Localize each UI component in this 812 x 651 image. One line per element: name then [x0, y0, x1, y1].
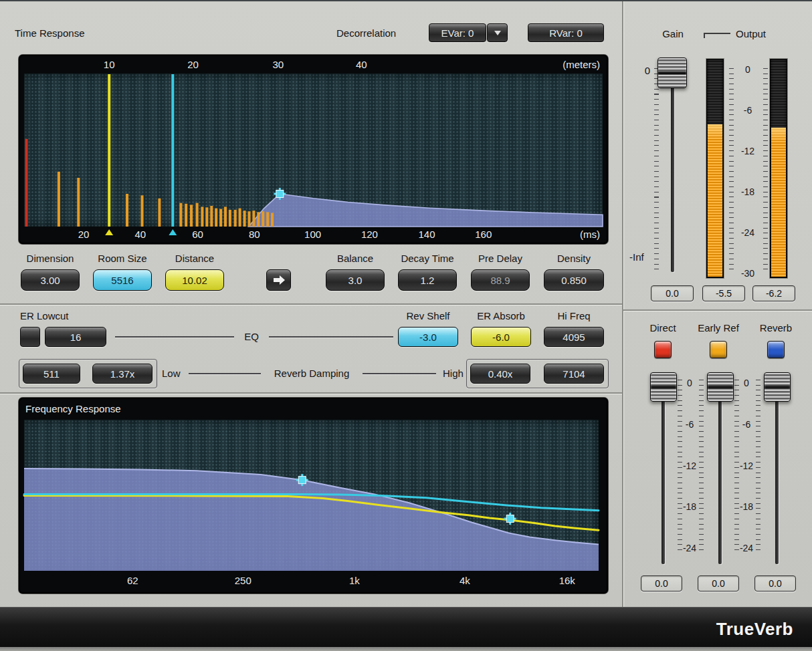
axis-tick-label: 40	[356, 59, 367, 70]
reverb-damping-label: Reverb Damping	[274, 368, 350, 379]
meter-scale-label: -30	[741, 268, 754, 279]
early-ref-led-button[interactable]	[710, 341, 727, 358]
param-label-decay-time: Decay Time	[401, 253, 453, 264]
frequency-response-graph[interactable]: Frequency Response 622501k4k16k	[19, 398, 608, 594]
room-size-value: 5516	[111, 275, 133, 286]
meter-scale-label: -24	[740, 543, 753, 553]
decay-time-value-box[interactable]: 1.2	[398, 269, 457, 291]
room-size-value-box[interactable]: 5516	[93, 269, 152, 291]
mixer-ticks	[756, 380, 760, 553]
reverb-value-box[interactable]: 0.0	[754, 575, 796, 592]
evar-dropdown[interactable]: EVar: 0	[429, 23, 486, 42]
axis-tick-label: 30	[272, 59, 284, 70]
output-meter-right-fill	[771, 128, 786, 277]
damping-high-ratio-box[interactable]: 0.40x	[470, 364, 530, 384]
control-handle[interactable]	[506, 515, 514, 523]
control-handle[interactable]	[298, 477, 306, 484]
reverb-fader-track[interactable]	[775, 376, 779, 564]
pre-delay-value: 88.9	[490, 275, 510, 286]
section-divider	[0, 392, 622, 394]
hi-freq-value: 4095	[563, 332, 585, 343]
gain-fader-ticks	[654, 68, 659, 272]
param-label-pre-delay: Pre Delay	[478, 253, 522, 264]
axis-tick-label: (meters)	[563, 59, 600, 70]
axis-tick-label: 1k	[349, 575, 360, 586]
output-meter-left	[706, 59, 724, 278]
density-value-box[interactable]: 0.850	[544, 269, 604, 291]
param-label-dimension: Dimension	[27, 253, 74, 264]
gain-fader-track[interactable]	[671, 68, 674, 272]
output-meter-left-fill	[708, 124, 722, 277]
gain-fader-knob[interactable]	[657, 57, 687, 88]
distance-value-box[interactable]: 10.02	[165, 269, 224, 291]
direct-value: 0.0	[655, 578, 668, 589]
meter-scale-label: -18	[741, 186, 754, 197]
damping-low-freq-value: 511	[43, 368, 60, 380]
evar-value: EVar: 0	[441, 27, 474, 39]
rev-shelf-value-box[interactable]: -3.0	[398, 327, 458, 347]
right-arrow-icon	[272, 275, 286, 285]
axis-tick-label: 20	[187, 59, 199, 70]
direct-fader-track[interactable]	[662, 376, 665, 564]
damping-high-freq-value: 7104	[563, 368, 585, 380]
er-lowcut-toggle-button[interactable]	[20, 327, 40, 347]
time-response-chart	[19, 55, 608, 244]
time-response-title: Time Response	[15, 27, 85, 39]
mixer-ticks	[699, 380, 704, 553]
gain-value: 0.0	[666, 288, 678, 299]
rev-shelf-value: -3.0	[419, 332, 437, 343]
density-value: 0.850	[561, 275, 587, 286]
trueverb-logo: TrueVerb	[716, 619, 793, 640]
control-handle[interactable]	[276, 190, 284, 197]
link-arrow-button[interactable]	[266, 269, 291, 291]
mixer-ticks	[734, 380, 739, 553]
rvar-button[interactable]: RVar: 0	[528, 23, 604, 42]
direct-value-box[interactable]: 0.0	[641, 575, 682, 592]
er-absorb-label: ER Absorb	[477, 310, 525, 321]
mixer-ticks	[678, 380, 682, 553]
meter-scale-label: -12	[740, 461, 753, 471]
frequency-response-chart	[19, 398, 608, 594]
decorrelation-label: Decorrelation	[336, 27, 396, 39]
pre-delay-value-box[interactable]: 88.9	[471, 269, 530, 291]
dimension-value: 3.00	[40, 275, 60, 286]
axis-tick-label: 20	[78, 229, 90, 240]
reverb-led-button[interactable]	[767, 341, 785, 358]
er-absorb-value: -6.0	[492, 332, 510, 343]
meter-scale-label: 0	[744, 378, 749, 388]
axis-tick-label: 16k	[559, 575, 575, 586]
damping-line-right	[363, 373, 436, 374]
damping-low-freq-box[interactable]: 511	[23, 364, 80, 384]
eq-line-right	[269, 336, 393, 338]
output-meter-left-value: -5.5	[716, 288, 732, 299]
output-bracket-line	[704, 33, 730, 34]
eq-line-left	[115, 336, 234, 338]
direct-led-button[interactable]	[654, 341, 672, 358]
bottom-bar	[0, 607, 812, 647]
early-ref-fader-knob[interactable]	[707, 372, 734, 402]
evar-dropdown-arrow[interactable]	[487, 23, 508, 42]
er-lowcut-value-box[interactable]: 16	[45, 327, 106, 347]
param-label-density: Density	[557, 253, 591, 264]
balance-value-box[interactable]: 3.0	[326, 269, 385, 291]
er-absorb-value-box[interactable]: -6.0	[471, 327, 531, 347]
dimension-value-box[interactable]: 3.00	[21, 269, 80, 291]
meter-scale-label: -12	[683, 461, 696, 471]
gain-value-box[interactable]: 0.0	[651, 285, 694, 301]
gain-scale-top: 0	[634, 65, 650, 76]
hi-freq-value-box[interactable]: 4095	[544, 327, 604, 347]
gain-scale-bottom: -Inf	[629, 251, 644, 263]
reverb-fader-knob[interactable]	[764, 372, 791, 402]
axis-tick-label: 250	[235, 575, 251, 586]
early-ref-value-box[interactable]: 0.0	[698, 575, 739, 592]
damping-high-freq-box[interactable]: 7104	[544, 364, 604, 384]
high-label: High	[443, 368, 464, 379]
time-response-graph[interactable]: 10203040(meters)20406080100120140160(ms)	[19, 55, 608, 244]
frequency-response-title: Frequency Response	[25, 403, 121, 414]
axis-tick-label: 160	[475, 229, 492, 240]
early-ref-fader-track[interactable]	[718, 376, 722, 564]
direct-fader-knob[interactable]	[650, 372, 677, 402]
er-lowcut-label: ER Lowcut	[20, 310, 69, 321]
damping-high-ratio-value: 0.40x	[488, 368, 513, 380]
damping-low-ratio-box[interactable]: 1.37x	[92, 364, 153, 384]
